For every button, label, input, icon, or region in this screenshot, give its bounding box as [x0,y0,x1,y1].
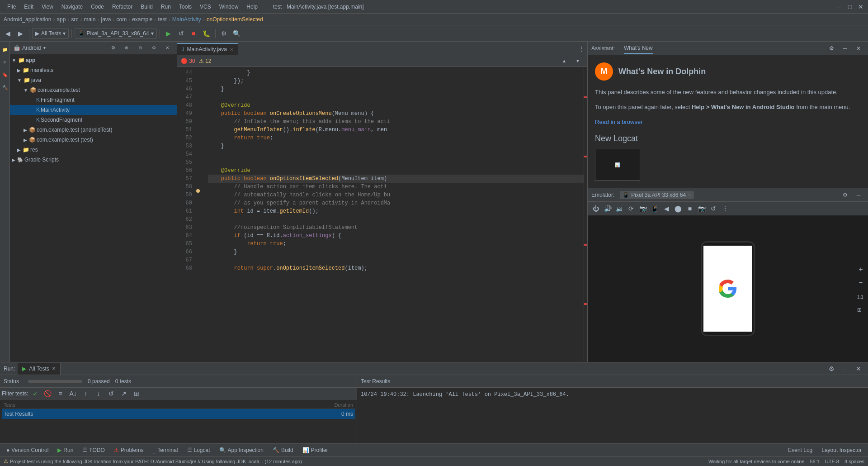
tree-item-app[interactable]: ▼ 📁 app [10,55,177,65]
sort-btn[interactable]: ≡ [55,388,66,399]
test-row-results[interactable]: Test Results 0 ms [2,409,355,419]
emulator-minimize-btn[interactable]: ─ [853,189,864,201]
run-tool-btn[interactable]: ▶ Run [55,446,76,454]
logcat-btn[interactable]: ☰ Logcat [184,446,213,454]
collapse-btn[interactable]: ▼ [572,55,584,67]
menu-vcs[interactable]: VCS [196,3,215,11]
filter-fail-btn[interactable]: 🚫 [42,388,54,399]
run-panel-minimize-btn[interactable]: ─ [839,363,851,375]
device-dropdown[interactable]: 📱 Pixel_3a_API_33_x86_64 ▾ [75,28,156,39]
layout-inspector-btn[interactable]: Layout Inspector [819,446,864,454]
assistant-close-btn[interactable]: ✕ [853,43,864,54]
home-btn[interactable]: ⬤ [674,204,683,213]
read-in-browser-link[interactable]: Read in a browser [595,118,861,127]
device-tab[interactable]: 📱 Pixel 3a API 33 x86 64 ✕ [620,191,694,199]
fold-btn[interactable]: 📱 [650,204,659,213]
problems-btn[interactable]: ⚠ Problems [111,446,146,454]
menu-code[interactable]: Code [87,3,108,11]
bookmarks-icon[interactable]: 🔖 [0,69,11,81]
maximize-button[interactable]: □ [846,3,854,10]
filter-pass-btn[interactable]: ✓ [29,388,41,399]
menu-help[interactable]: Help [243,3,261,11]
menu-window[interactable]: Window [216,3,242,11]
project-settings-btn[interactable]: ⚙ [107,42,119,54]
stop-button[interactable]: ■ [188,28,200,39]
project-collapse-btn[interactable]: ⊖ [134,42,146,54]
export-btn[interactable]: ↗ [118,388,130,399]
device-tab-close[interactable]: ✕ [688,192,691,197]
tree-item-first-fragment[interactable]: K FirstFragment [10,95,177,105]
tree-item-unit-test[interactable]: ▶ 📦 com.example.test (test) [10,135,177,145]
refresh-emu-btn[interactable]: ↺ [709,204,718,213]
volume-up-btn[interactable]: 🔉 [615,204,624,213]
menu-refactor[interactable]: Refactor [108,3,136,11]
zoom-out-btn[interactable]: － [857,278,864,287]
event-log-btn[interactable]: Event Log [785,446,815,454]
prev-fail-btn[interactable]: ↑ [80,388,92,399]
todo-btn[interactable]: ☰ TODO [80,446,107,454]
build-tool-btn[interactable]: 🔨 Build [270,446,296,454]
expand-btn[interactable]: ▲ [558,55,570,67]
debug-button[interactable]: 🐛 [201,28,212,39]
settings-button[interactable]: ⚙ [218,28,230,39]
project-icon[interactable]: 📁 [0,43,11,55]
back-btn[interactable]: ◀ [662,204,671,213]
build-icon[interactable]: 🔨 [0,81,11,93]
tree-item-manifests[interactable]: ▶ 📁 manifests [10,65,177,75]
forward-button[interactable]: ▶ [14,28,26,39]
fullscreen-btn[interactable]: ⊞ [857,307,864,313]
more-emu-btn[interactable]: ⋮ [721,204,730,213]
version-control-btn[interactable]: ● Version Control [4,446,51,454]
open-btn[interactable]: ⊞ [131,388,142,399]
breadcrumb-mainactivity[interactable]: MainActivity [172,16,201,23]
camera-btn[interactable]: 📷 [697,204,706,213]
breadcrumb-app[interactable]: app [57,16,66,23]
tree-item-second-fragment[interactable]: K SecondFragment [10,115,177,125]
rerun-btn[interactable]: ↺ [105,388,117,399]
menu-run[interactable]: Run [157,3,175,11]
assistant-minimize-btn[interactable]: ─ [839,43,851,54]
code-content[interactable]: } }); } @Override public boolean onCreat… [204,67,587,362]
refresh-button[interactable]: ↺ [175,28,187,39]
assistant-settings-btn[interactable]: ⚙ [826,43,837,54]
power-btn[interactable]: ⏻ [591,204,600,213]
breadcrumb-test[interactable]: test [158,16,167,23]
breadcrumb-main[interactable]: main [84,16,95,23]
sort-alpha-btn[interactable]: A↓ [67,388,79,399]
profiler-btn[interactable]: 📊 Profiler [300,446,331,454]
menu-tools[interactable]: Tools [175,3,195,11]
stop-emu-btn[interactable]: ■ [685,204,694,213]
app-inspection-btn[interactable]: 🔍 App Inspection [217,446,266,454]
menu-build[interactable]: Build [137,3,156,11]
tab-close-icon[interactable]: ✕ [230,47,233,52]
menu-file[interactable]: File [4,3,19,11]
back-button[interactable]: ◀ [2,28,14,39]
project-gear-btn[interactable]: ⚙ [148,42,160,54]
tree-item-res[interactable]: ▶ 📁 res [10,145,177,155]
structure-icon[interactable]: ≡ [0,56,11,68]
run-tab-close[interactable]: ✕ [52,366,56,371]
screenshot-btn[interactable]: 📷 [638,204,647,213]
menu-navigate[interactable]: Navigate [58,3,86,11]
tree-item-main-activity[interactable]: K MainActivity [10,105,177,115]
breadcrumb-android-app[interactable]: Android_application [4,16,51,23]
next-fail-btn[interactable]: ↓ [93,388,104,399]
search-button[interactable]: 🔍 [231,28,243,39]
breadcrumb-com[interactable]: com [116,16,127,23]
terminal-btn[interactable]: _ Terminal [150,446,180,454]
breadcrumb-java[interactable]: java [101,16,111,23]
editor-tab-mainactivity[interactable]: J MainActivity.java ✕ [177,43,238,55]
project-close-btn[interactable]: ✕ [161,42,173,54]
breadcrumb-src[interactable]: src [71,16,78,23]
zoom-in-btn[interactable]: ＋ [857,265,864,274]
breadcrumb-method[interactable]: onOptionsItemSelected [207,16,263,23]
menu-view[interactable]: View [38,3,57,11]
run-button[interactable]: ▶ [163,28,175,39]
close-button[interactable]: ✕ [857,3,864,10]
run-panel-close-btn[interactable]: ✕ [853,363,864,375]
tree-item-gradle[interactable]: ▶ 🐘 Gradle Scripts [10,155,177,165]
volume-down-btn[interactable]: 🔊 [603,204,612,213]
emulator-settings-btn[interactable]: ⚙ [839,189,851,201]
tree-item-java[interactable]: ▼ 📁 java [10,75,177,85]
editor-more-btn[interactable]: ⋮ [576,43,587,55]
